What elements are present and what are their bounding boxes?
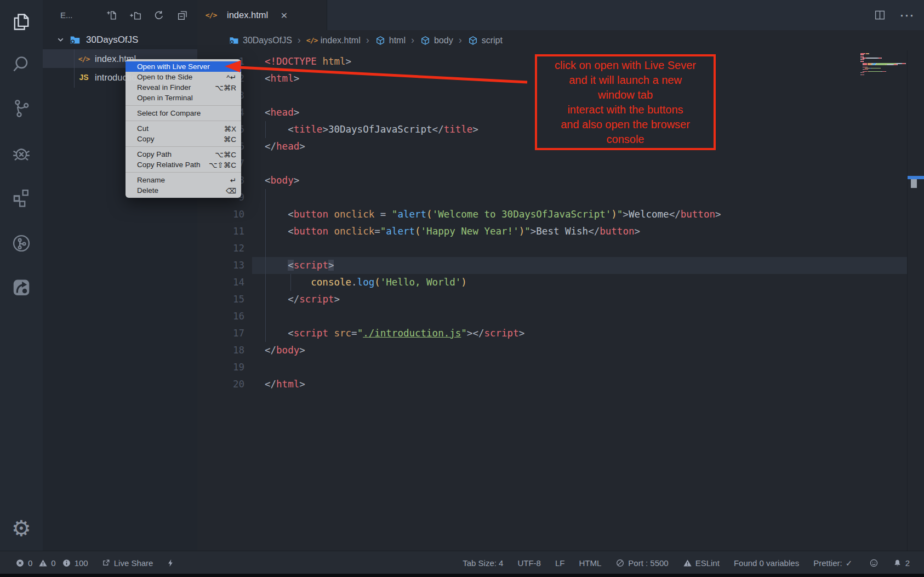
minimap[interactable] xyxy=(860,53,908,76)
line-number: 12 xyxy=(197,240,244,257)
status-prettier[interactable]: Prettier:✓ xyxy=(813,558,855,568)
menu-item-copy-path[interactable]: Copy Path⌥⌘C xyxy=(126,149,241,159)
search-icon xyxy=(11,54,32,75)
annotation-text: and it will launch a new xyxy=(537,73,714,88)
activity-item-source-control[interactable] xyxy=(0,98,43,119)
menu-item-open-to-the-side[interactable]: Open to the Side^↵ xyxy=(126,72,241,82)
scrollbar-thumb[interactable] xyxy=(911,179,917,188)
code-text: </head> xyxy=(244,138,305,155)
code-line: 7 xyxy=(197,155,908,172)
breadcrumb: 30DaysOfJS›</>index.html›html›body›scrip… xyxy=(197,30,924,50)
line-number: 11 xyxy=(197,223,244,240)
collapse-all-button[interactable] xyxy=(176,9,189,21)
breadcrumb-label: script xyxy=(482,36,503,45)
warning-icon xyxy=(683,558,692,568)
status-label: LF xyxy=(555,558,565,568)
tab-bar: </> index.html × ⋯ xyxy=(197,0,924,30)
folder-icon xyxy=(69,34,81,46)
extensions-icon xyxy=(11,187,32,208)
chevron-down-icon xyxy=(56,35,65,44)
status-encoding[interactable]: UTF-8 xyxy=(517,558,541,568)
new-file-button[interactable] xyxy=(106,9,118,21)
line-number: 14 xyxy=(197,274,244,291)
code-line: 14 console.log('Hello, World') xyxy=(197,274,908,291)
activity-item-run-debug[interactable] xyxy=(0,143,43,164)
menu-item-shortcut: ⌘X xyxy=(224,124,236,133)
tab-index-html[interactable]: </> index.html × xyxy=(197,0,327,30)
activity-item-live-share[interactable] xyxy=(0,277,43,298)
activity-item-explorer[interactable] xyxy=(0,12,43,32)
code-text xyxy=(244,359,265,376)
menu-item-reveal-in-finder[interactable]: Reveal in Finder⌥⌘R xyxy=(126,82,241,93)
status-eslint[interactable]: ESLint xyxy=(683,558,720,568)
menu-item-select-for-compare[interactable]: Select for Compare xyxy=(126,108,241,118)
status-language-mode[interactable]: HTML xyxy=(579,558,601,568)
code-text: <button onclick = "alert('Welcome to 30D… xyxy=(244,206,721,223)
annotation-box: click on open with Live Severand it will… xyxy=(535,54,716,150)
status-quick-action[interactable] xyxy=(166,558,175,568)
editor-actions: ⋯ xyxy=(874,0,914,30)
menu-item-rename[interactable]: Rename↵ xyxy=(126,175,241,185)
status-eol[interactable]: LF xyxy=(555,558,565,568)
status-notifications[interactable]: 2 xyxy=(893,558,910,568)
menu-item-copy-relative-path[interactable]: Copy Relative Path⌥⇧⌘C xyxy=(126,159,241,170)
activity-item-search[interactable] xyxy=(0,54,43,75)
explorer-header: E... xyxy=(43,0,197,30)
menu-item-label: Copy Path xyxy=(137,150,172,158)
warning-icon xyxy=(38,558,48,568)
menu-item-label: Copy Relative Path xyxy=(137,161,201,169)
code-text: <html> xyxy=(244,70,299,87)
status-feedback[interactable] xyxy=(869,558,879,568)
breadcrumb-item-index.html[interactable]: </>index.html xyxy=(306,35,361,46)
menu-item-shortcut: ⌥⌘C xyxy=(215,150,236,159)
status-label: Live Share xyxy=(114,558,153,568)
menu-item-copy[interactable]: Copy⌘C xyxy=(126,134,241,144)
tree-root-folder[interactable]: 30DaysOfJS xyxy=(43,30,197,49)
line-number: 20 xyxy=(197,376,244,393)
breadcrumb-item-30DaysOfJS[interactable]: 30DaysOfJS xyxy=(229,35,292,46)
breadcrumb-item-script[interactable]: script xyxy=(467,35,503,46)
problem-count: 0 xyxy=(15,558,32,568)
menu-item-cut[interactable]: Cut⌘X xyxy=(126,123,241,134)
menu-item-open-in-terminal[interactable]: Open in Terminal xyxy=(126,93,241,103)
status-variables[interactable]: Found 0 variables xyxy=(734,558,799,568)
annotation-text: console xyxy=(537,132,714,147)
close-icon[interactable]: × xyxy=(281,9,287,22)
status-tab-size[interactable]: Tab Size: 4 xyxy=(463,558,503,568)
status-right: Tab Size: 4UTF-8LFHTMLPort : 5500ESLintF… xyxy=(463,551,910,574)
line-number: 18 xyxy=(197,342,244,359)
breadcrumb-label: html xyxy=(389,36,406,45)
menu-item-delete[interactable]: Delete⌫ xyxy=(126,185,241,196)
breadcrumb-item-body[interactable]: body xyxy=(420,35,453,46)
code-text: </script> xyxy=(244,291,340,308)
split-editor-button[interactable] xyxy=(874,9,886,21)
menu-item-label: Open in Terminal xyxy=(137,94,193,102)
activity-item-source-control-graph[interactable] xyxy=(0,233,43,254)
breadcrumb-item-html[interactable]: html xyxy=(375,35,406,46)
activity-item-extensions[interactable] xyxy=(0,187,43,208)
js-file-icon: JS xyxy=(78,71,90,83)
menu-item-shortcut: ⌫ xyxy=(226,186,236,195)
status-problems[interactable]: 00100 xyxy=(15,558,88,568)
status-port[interactable]: Port : 5500 xyxy=(615,558,668,568)
refresh-button[interactable] xyxy=(153,9,165,21)
line-number: 15 xyxy=(197,291,244,308)
circle-slash-icon xyxy=(615,558,625,568)
indent-guide xyxy=(265,189,266,342)
status-live-share[interactable]: Live Share xyxy=(101,558,153,568)
tab-label: index.html xyxy=(227,10,268,20)
info-icon xyxy=(62,558,71,568)
menu-item-open-with-live-server[interactable]: Open with Live Server xyxy=(126,61,241,72)
menu-item-label: Reveal in Finder xyxy=(137,83,191,92)
chevron-right-icon: › xyxy=(366,35,369,46)
new-folder-button[interactable] xyxy=(129,9,141,21)
explorer-title: E... xyxy=(60,10,73,20)
code-text xyxy=(244,87,265,104)
menu-item-shortcut: ↵ xyxy=(230,176,236,185)
activity-item-settings[interactable]: ⚙ xyxy=(0,517,43,538)
window-edge xyxy=(0,574,924,577)
code-line: 15 </script> xyxy=(197,291,908,308)
chevron-right-icon: › xyxy=(411,35,414,46)
more-actions-button[interactable]: ⋯ xyxy=(899,10,914,20)
check-icon: ✓ xyxy=(846,558,855,568)
